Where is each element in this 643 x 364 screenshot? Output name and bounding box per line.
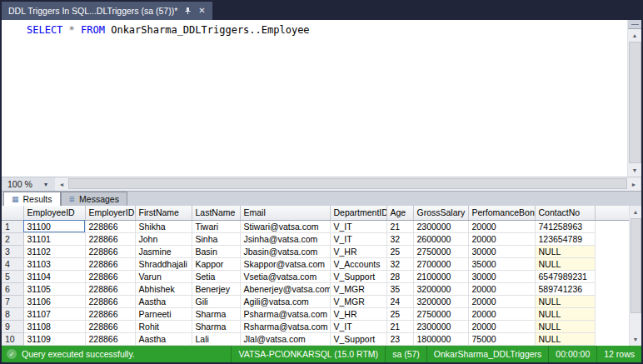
grid-cell[interactable]: 31104 bbox=[23, 270, 85, 282]
grid-cell[interactable]: 228866 bbox=[85, 257, 135, 270]
grid-scroll-up-icon[interactable]: ▲ bbox=[630, 206, 641, 218]
grid-cell[interactable]: 589741236 bbox=[535, 282, 595, 295]
grid-vertical-scrollbar[interactable]: ▲ ▼ bbox=[629, 206, 641, 346]
grid-cell[interactable]: 228866 bbox=[85, 270, 135, 282]
grid-cell[interactable]: Setia bbox=[192, 270, 240, 282]
grid-cell[interactable]: Parneeti bbox=[135, 307, 192, 320]
horizontal-scrollbar-thumb[interactable] bbox=[68, 178, 627, 189]
column-header-perfomancebonus[interactable]: PerfomanceBonus bbox=[468, 206, 535, 220]
row-number[interactable]: 4 bbox=[2, 257, 23, 270]
grid-cell[interactable]: Aastha bbox=[135, 295, 192, 307]
grid-cell[interactable]: 1800000 bbox=[413, 332, 468, 345]
grid-cell[interactable]: 31106 bbox=[23, 295, 85, 307]
row-number[interactable]: 1 bbox=[2, 220, 23, 232]
grid-cell[interactable]: Vsetia@vatsa.com bbox=[240, 270, 330, 282]
column-header-employerid[interactable]: EmployerID bbox=[85, 206, 135, 220]
grid-cell[interactable]: Sharma bbox=[192, 320, 240, 332]
tab-messages[interactable]: ≣ Messages bbox=[61, 192, 127, 206]
grid-cell[interactable]: 2100000 bbox=[413, 270, 468, 282]
grid-cell[interactable]: 75000 bbox=[468, 332, 535, 345]
grid-cell[interactable]: 20000 bbox=[468, 307, 535, 320]
grid-cell[interactable]: Abhishek bbox=[135, 282, 192, 295]
grid-cell[interactable]: 3200000 bbox=[413, 295, 468, 307]
grid-cell[interactable]: Psharma@vatsa.com bbox=[240, 307, 330, 320]
grid-cell[interactable]: 123654789 bbox=[535, 232, 595, 245]
grid-cell[interactable]: 30000 bbox=[468, 270, 535, 282]
grid-cell[interactable]: 25 bbox=[386, 307, 413, 320]
grid-cell[interactable]: 20000 bbox=[468, 295, 535, 307]
grid-cell[interactable]: V_HR bbox=[330, 307, 386, 320]
grid-cell[interactable]: 20000 bbox=[468, 320, 535, 332]
grid-cell[interactable]: Aastha bbox=[135, 332, 192, 345]
editor-vertical-scrollbar[interactable]: ▲ ▼ bbox=[627, 20, 641, 177]
grid-cell[interactable]: V_Support bbox=[330, 270, 386, 282]
grid-cell[interactable]: V_Support bbox=[330, 332, 386, 345]
editor-horizontal-scrollbar[interactable]: ◄ ► bbox=[55, 177, 641, 191]
grid-cell[interactable]: 741258963 bbox=[535, 220, 595, 232]
grid-cell[interactable]: NULL bbox=[535, 257, 595, 270]
grid-cell[interactable]: 31108 bbox=[23, 320, 85, 332]
grid-cell[interactable]: 31102 bbox=[23, 245, 85, 257]
column-header-contactno[interactable]: ContactNo bbox=[535, 206, 595, 220]
grid-cell[interactable]: Gili bbox=[192, 295, 240, 307]
scroll-right-icon[interactable]: ► bbox=[627, 177, 641, 191]
grid-cell[interactable]: 31109 bbox=[23, 332, 85, 345]
grid-cell[interactable]: V_IT bbox=[330, 232, 386, 245]
grid-cell[interactable]: 228866 bbox=[85, 295, 135, 307]
grid-cell[interactable]: V_MGR bbox=[330, 282, 386, 295]
grid-cell[interactable]: Tiwari bbox=[192, 220, 240, 232]
grid-cell[interactable]: 32 bbox=[386, 232, 413, 245]
grid-cell[interactable]: Abenerjey@vatsa.com bbox=[240, 282, 330, 295]
grid-cell[interactable]: 25 bbox=[386, 245, 413, 257]
grid-cell[interactable]: 2700000 bbox=[413, 257, 468, 270]
grid-cell[interactable]: 35000 bbox=[468, 257, 535, 270]
grid-cell[interactable]: 31107 bbox=[23, 307, 85, 320]
grid-cell[interactable]: 31100 bbox=[23, 220, 85, 232]
column-header-departmentid[interactable]: DepartmentID bbox=[330, 206, 386, 220]
grid-scrollbar-thumb[interactable] bbox=[631, 218, 641, 313]
grid-cell[interactable]: 20000 bbox=[468, 220, 535, 232]
grid-cell[interactable]: Jasmine bbox=[135, 245, 192, 257]
grid-cell[interactable]: NULL bbox=[535, 320, 595, 332]
scroll-down-icon[interactable]: ▼ bbox=[628, 164, 641, 177]
grid-cell[interactable]: 228866 bbox=[85, 232, 135, 245]
grid-cell[interactable]: Kappor bbox=[192, 257, 240, 270]
grid-cell[interactable]: 6547989231 bbox=[535, 270, 595, 282]
grid-cell[interactable]: Benerjey bbox=[192, 282, 240, 295]
grid-cell[interactable]: 3200000 bbox=[413, 282, 468, 295]
row-number[interactable]: 7 bbox=[2, 295, 23, 307]
column-header-employeeid[interactable]: EmployeeID bbox=[23, 206, 85, 220]
grid-cell[interactable]: Lali bbox=[192, 332, 240, 345]
grid-cell[interactable]: 228866 bbox=[85, 282, 135, 295]
row-number[interactable]: 9 bbox=[2, 320, 23, 332]
grid-cell[interactable]: 228866 bbox=[85, 307, 135, 320]
grid-cell[interactable]: 2750000 bbox=[413, 307, 468, 320]
grid-cell[interactable]: 35 bbox=[386, 282, 413, 295]
grid-cell[interactable]: NULL bbox=[535, 332, 595, 345]
row-number[interactable]: 5 bbox=[2, 270, 23, 282]
editor-scrollbar-thumb[interactable] bbox=[629, 42, 641, 163]
grid-cell[interactable]: 31105 bbox=[23, 282, 85, 295]
grid-cell[interactable]: Skappor@vatsa.com bbox=[240, 257, 330, 270]
column-header-firstname[interactable]: FirstName bbox=[135, 206, 192, 220]
grid-cell[interactable]: Jlal@vatsa.com bbox=[240, 332, 330, 345]
scroll-up-icon[interactable]: ▲ bbox=[628, 29, 641, 42]
grid-cell[interactable]: Rohit bbox=[135, 320, 192, 332]
grid-cell[interactable]: V_MGR bbox=[330, 295, 386, 307]
grid-cell[interactable]: 31103 bbox=[23, 257, 85, 270]
grid-cell[interactable]: 228866 bbox=[85, 332, 135, 345]
grid-cell[interactable]: V_IT bbox=[330, 320, 386, 332]
grid-cell[interactable]: 21 bbox=[386, 220, 413, 232]
grid-scroll-down-icon[interactable]: ▼ bbox=[630, 333, 641, 346]
grid-cell[interactable]: Shikha bbox=[135, 220, 192, 232]
grid-cell[interactable]: 24 bbox=[386, 295, 413, 307]
grid-cell[interactable]: 2300000 bbox=[413, 320, 468, 332]
grid-cell[interactable]: 2750000 bbox=[413, 245, 468, 257]
tab-results[interactable]: ▦ Results bbox=[3, 192, 61, 206]
grid-cell[interactable]: NULL bbox=[535, 307, 595, 320]
scroll-left-icon[interactable]: ◄ bbox=[55, 177, 68, 191]
row-number[interactable]: 2 bbox=[2, 232, 23, 245]
grid-cell[interactable]: Jbasin@vatsa.com bbox=[240, 245, 330, 257]
row-number[interactable]: 8 bbox=[2, 307, 23, 320]
pin-icon[interactable] bbox=[184, 7, 192, 15]
